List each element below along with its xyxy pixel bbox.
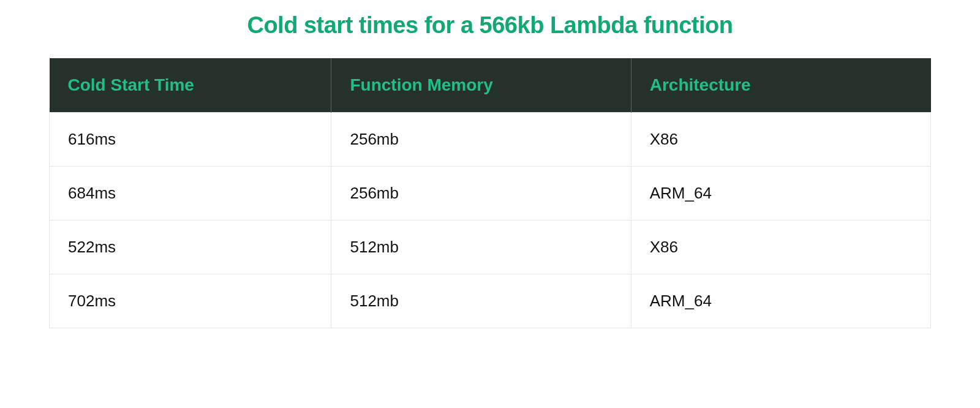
cell-architecture: X86 — [631, 221, 930, 274]
table-row: 522ms 512mb X86 — [50, 221, 931, 274]
table-row: 684ms 256mb ARM_64 — [50, 167, 931, 221]
column-header-architecture: Architecture — [631, 58, 930, 113]
cell-function-memory: 512mb — [331, 221, 631, 274]
cell-architecture: ARM_64 — [631, 274, 930, 328]
table-row: 702ms 512mb ARM_64 — [50, 274, 931, 328]
cell-cold-start-time: 616ms — [50, 113, 331, 167]
cell-cold-start-time: 684ms — [50, 167, 331, 221]
cell-architecture: ARM_64 — [631, 167, 930, 221]
cell-function-memory: 256mb — [331, 167, 631, 221]
cold-start-table: Cold Start Time Function Memory Architec… — [49, 58, 931, 328]
data-table: Cold Start Time Function Memory Architec… — [49, 58, 931, 328]
page-title: Cold start times for a 566kb Lambda func… — [49, 12, 931, 39]
cell-architecture: X86 — [631, 113, 930, 167]
table-header-row: Cold Start Time Function Memory Architec… — [50, 58, 931, 113]
column-header-function-memory: Function Memory — [331, 58, 631, 113]
cell-function-memory: 512mb — [331, 274, 631, 328]
table-row: 616ms 256mb X86 — [50, 113, 931, 167]
column-header-cold-start-time: Cold Start Time — [50, 58, 331, 113]
cell-cold-start-time: 522ms — [50, 221, 331, 274]
cell-function-memory: 256mb — [331, 113, 631, 167]
cell-cold-start-time: 702ms — [50, 274, 331, 328]
